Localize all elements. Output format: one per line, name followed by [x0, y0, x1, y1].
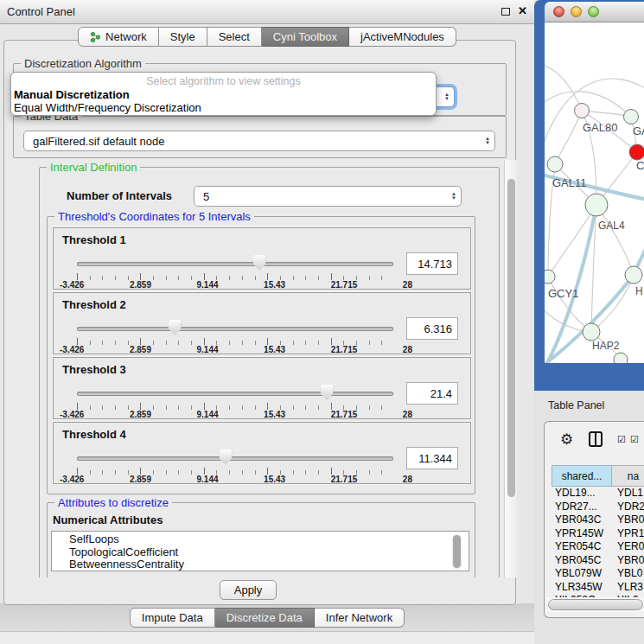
control-panel-tabs: Network Style Select Cyni Toolbox jActiv… — [0, 27, 534, 47]
cell-shared-name: YBL079W — [555, 567, 602, 579]
scrollbar-thumb[interactable] — [548, 599, 643, 610]
zoom-traffic-light-icon[interactable] — [588, 6, 599, 17]
scrollbar-thumb[interactable] — [507, 179, 515, 497]
table-row[interactable]: YBL079W YBL0 — [545, 567, 644, 581]
group-title: Discretization Algorithm — [21, 57, 145, 70]
table-row[interactable]: YPR145W YPR1 — [545, 527, 644, 541]
slider-track[interactable] — [77, 327, 393, 331]
slider-scale: -3.4262.8599.14415.4321.71528 — [60, 410, 412, 419]
tab-cyni-toolbox[interactable]: Cyni Toolbox — [262, 27, 349, 47]
slider-ticks — [77, 403, 394, 410]
float-window-icon[interactable] — [501, 8, 510, 16]
column-header-shared[interactable]: shared... — [552, 465, 612, 487]
threshold-slider[interactable]: -3.4262.8599.14415.4321.71528 — [77, 319, 393, 354]
num-intervals-combo[interactable]: 5 ▲▼ — [194, 186, 462, 207]
tab-discretize-data[interactable]: Discretize Data — [215, 608, 315, 628]
threshold-value-field[interactable]: 6.316 — [406, 317, 458, 340]
table-row[interactable]: YDL19... YDL1 — [545, 487, 644, 501]
threshold-panel: Threshold 3 -3.4262.8599.14415.4321.7152… — [53, 357, 471, 419]
threshold-value-field[interactable]: 21.4 — [406, 382, 458, 405]
vertical-scrollbar[interactable] — [504, 160, 517, 577]
threshold-value: 11.344 — [418, 452, 452, 465]
table-data-combo[interactable]: galFiltered.sif default node ▲▼ — [23, 131, 495, 151]
tab-infer-network[interactable]: Infer Network — [315, 608, 405, 628]
scale-label: 21.715 — [331, 475, 358, 484]
table-row[interactable]: YLR345W YLR3 — [545, 581, 644, 595]
node-gcy1[interactable] — [545, 270, 555, 284]
table-row[interactable]: YBR045C YBR0 — [545, 554, 644, 568]
node-hap2[interactable] — [583, 323, 600, 341]
menu-item-equal-width-frequency[interactable]: Equal Width/Frequency Discretization — [14, 101, 201, 114]
slider-track[interactable] — [77, 262, 393, 266]
threshold-slider[interactable]: -3.4262.8599.14415.4321.71528 — [77, 449, 393, 483]
list-item[interactable]: BetweennessCentrality — [69, 558, 469, 571]
threshold-slider[interactable]: -3.4262.8599.14415.4321.71528 — [77, 384, 393, 418]
close-icon[interactable]: ✕ — [518, 4, 527, 17]
apply-button[interactable]: Apply — [220, 580, 277, 600]
scale-label: -3.426 — [60, 410, 84, 419]
tab-impute-data[interactable]: Impute Data — [130, 608, 215, 628]
slider-handle[interactable] — [220, 450, 233, 465]
threshold-label: Threshold 2 — [62, 298, 126, 311]
numerical-attributes-list[interactable]: SelfLoopsTopologicalCoefficientBetweenne… — [51, 531, 469, 571]
threshold-value-field[interactable]: 11.344 — [406, 447, 458, 469]
node-label: H — [635, 285, 643, 297]
cell-shared-name: YPR145W — [555, 527, 603, 539]
slider-track[interactable] — [77, 456, 393, 461]
tab-style[interactable]: Style — [159, 27, 207, 47]
checkbox-icon[interactable]: ☑ — [630, 434, 639, 445]
menu-item-manual-discretization[interactable]: Manual Discretization — [14, 88, 130, 101]
combo-value: 5 — [203, 190, 447, 203]
cell-shared-name: YER054C — [555, 540, 601, 552]
threshold-value: 14.713 — [418, 258, 452, 271]
tab-label: Discretize Data — [226, 611, 303, 624]
scale-label: 9.144 — [197, 475, 219, 484]
slider-handle[interactable] — [253, 255, 266, 271]
scale-label: 21.715 — [331, 280, 358, 290]
close-traffic-light-icon[interactable] — [553, 6, 564, 17]
tab-select[interactable]: Select — [207, 27, 262, 47]
scale-label: -3.426 — [60, 280, 84, 290]
threshold-slider[interactable]: -3.4262.8599.14415.4321.71528 — [77, 254, 393, 289]
split-view-icon[interactable] — [589, 431, 603, 447]
table-panel-region: Table Panel ⚙ ☑ ☑ shared... na YDL19... … — [534, 391, 644, 644]
slider-ticks — [77, 338, 394, 345]
node-gal80[interactable] — [575, 104, 590, 118]
network-window-titlebar[interactable] — [545, 2, 644, 22]
list-item[interactable]: SelfLoops — [69, 533, 469, 546]
checkbox-icon[interactable]: ☑ — [617, 434, 626, 445]
list-scrollbar[interactable] — [452, 534, 462, 570]
column-header-name[interactable]: na — [612, 465, 644, 487]
list-item[interactable]: TopologicalCoefficient — [69, 546, 469, 559]
node-gal11[interactable] — [547, 156, 563, 172]
table-row[interactable]: YBR043C YBR0 — [545, 513, 644, 527]
minimize-traffic-light-icon[interactable] — [571, 6, 582, 17]
node-partial[interactable] — [614, 353, 628, 363]
scale-label: 28 — [403, 280, 412, 290]
tab-jactivemnodules[interactable]: jActiveMNodules — [349, 27, 456, 47]
tab-network[interactable]: Network — [78, 27, 159, 47]
network-canvas[interactable]: GAL80 GA C GAL11 GAL4 GCY1 H HAP2 — [545, 22, 644, 363]
network-view-window: GAL80 GA C GAL11 GAL4 GCY1 H HAP2 — [534, 0, 644, 391]
table-panel: ⚙ ☑ ☑ shared... na YDL19... YDL1 YDR27..… — [544, 421, 644, 618]
slider-handle[interactable] — [321, 385, 334, 400]
slider-track[interactable] — [77, 392, 393, 396]
cell-shared-name: YLR345W — [555, 581, 603, 593]
cell-shared-name: YBR045C — [555, 554, 601, 566]
table-panel-title: Table Panel — [548, 399, 604, 411]
table-row[interactable]: YDR27... YDR2 — [545, 501, 644, 514]
cell-shared-name: YDL19... — [555, 487, 596, 499]
threshold-value-field[interactable]: 14.713 — [406, 252, 458, 275]
node-gal4[interactable] — [585, 194, 608, 216]
node-red[interactable] — [629, 144, 644, 160]
node-ga[interactable] — [624, 110, 639, 124]
cell-name: YBL0 — [617, 567, 642, 579]
gear-icon[interactable]: ⚙ — [560, 430, 573, 449]
horizontal-scrollbar[interactable] — [545, 597, 644, 612]
combo-value: galFiltered.sif default node — [33, 135, 481, 148]
slider-handle[interactable] — [169, 320, 182, 335]
group-title: Attributes to discretize — [54, 496, 172, 509]
node-h[interactable] — [625, 266, 642, 284]
table-row[interactable]: YER054C YER0 — [545, 540, 644, 554]
slider-ticks — [77, 468, 394, 475]
